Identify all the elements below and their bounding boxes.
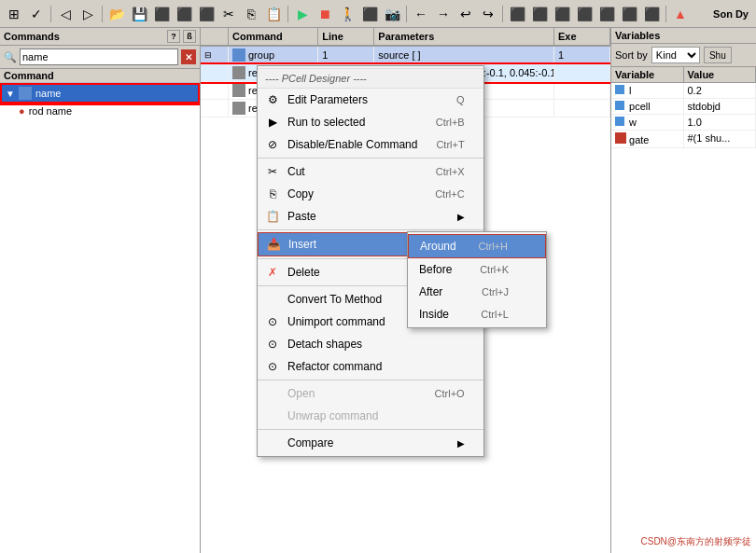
toolbar-step[interactable]: 🚶 [337, 4, 357, 24]
submenu-after-shortcut: Ctrl+J [482, 286, 509, 297]
var-row: gate #(1 shu... [611, 131, 756, 148]
toolbar-b1[interactable]: ⬛ [151, 4, 172, 24]
panel-close-btn[interactable]: ß [183, 30, 196, 43]
compare-icon [265, 435, 280, 450]
toolbar-b12[interactable]: ⬛ [641, 4, 662, 24]
toolbar-b6[interactable]: ⬛ [507, 4, 527, 24]
var-value: 1.0 [684, 115, 757, 130]
paste-icon: 📋 [265, 209, 280, 224]
submenu-before[interactable]: Before Ctrl+K [408, 258, 546, 281]
ctx-compare-label: Compare [287, 436, 333, 449]
ctx-unwrap-label: Unwrap command [287, 409, 378, 422]
toolbar-new[interactable]: ⊞ [4, 4, 24, 24]
toolbar-b10[interactable]: ⬛ [596, 4, 617, 24]
row-exe [554, 100, 610, 117]
unwrap-icon [265, 408, 280, 423]
toolbar-b5[interactable]: 📷 [382, 4, 402, 24]
panel-pin-btn[interactable]: ? [167, 30, 180, 43]
group-icon [232, 48, 245, 62]
toolbar-back[interactable]: ◁ [55, 4, 76, 24]
ctx-disable-enable[interactable]: ⊘ Disable/Enable Command Ctrl+T [258, 133, 483, 156]
variables-header: Variable Value [611, 67, 756, 83]
ctx-refactor-label: Refactor command [287, 360, 382, 373]
toolbar-sep-3 [287, 6, 288, 22]
toolbar-copy[interactable]: ⎘ [241, 4, 261, 24]
submenu-after[interactable]: After Ctrl+J [408, 281, 546, 303]
rect-icon3 [232, 102, 245, 115]
ctx-open-shortcut: Ctrl+O [435, 388, 465, 399]
toolbar-undo[interactable]: ← [411, 4, 431, 24]
ctx-run-shortcut: Ctrl+B [436, 117, 465, 128]
open-icon [265, 386, 280, 401]
row-expand [201, 64, 229, 81]
row-line: 1 [318, 47, 374, 63]
rect-icon [232, 66, 245, 79]
row-params: source [ ] [374, 47, 554, 63]
toolbar-b4[interactable]: ⬛ [359, 4, 380, 24]
ctx-detach-label: Detach shapes [287, 338, 362, 351]
search-icon: 🔍 [4, 51, 17, 63]
toolbar-check[interactable]: ✓ [26, 4, 47, 24]
unimport-icon: ⊙ [265, 314, 280, 329]
watermark: CSDN@东南方的射频学徒 [641, 535, 752, 548]
insert-icon: 📥 [266, 237, 281, 252]
ctx-sep-2 [258, 229, 483, 230]
toolbar-redo[interactable]: → [433, 4, 454, 24]
ctx-detach[interactable]: ⊙ Detach shapes [258, 333, 483, 355]
submenu-around[interactable]: Around Ctrl+H [408, 234, 546, 258]
commands-title: Commands [4, 31, 60, 42]
folder-icon [19, 87, 32, 100]
search-input[interactable] [20, 48, 178, 65]
toolbar-run[interactable]: ▶ [292, 4, 313, 24]
sort-select[interactable]: Kind Name Value [651, 47, 700, 63]
toolbar-b9[interactable]: ⬛ [574, 4, 595, 24]
submenu-inside[interactable]: Inside Ctrl+L [408, 303, 546, 325]
variables-panel: Variables Sort by Kind Name Value Shu Va… [611, 28, 756, 553]
delete-icon: ✗ [265, 265, 280, 280]
var-row: l 0.2 [611, 83, 756, 99]
ctx-edit-params[interactable]: ⚙ Edit Parameters Q [258, 89, 483, 111]
th-params: Parameters [374, 28, 554, 45]
search-clear-button[interactable]: ✕ [181, 49, 196, 64]
toolbar-cut[interactable]: ✂ [218, 4, 239, 24]
table-row[interactable]: ⊟ group 1 source [ ] 1 [201, 47, 610, 64]
show-button[interactable]: Shu [704, 47, 732, 63]
toolbar-up[interactable]: ▲ [670, 4, 691, 24]
toolbar-forward[interactable]: ▷ [77, 4, 98, 24]
toolbar-prev[interactable]: ↩ [455, 4, 476, 24]
var-row: w 1.0 [611, 115, 756, 131]
ctx-sep-6 [258, 429, 483, 430]
toolbar-b11[interactable]: ⬛ [619, 4, 639, 24]
ctx-run-to-selected[interactable]: ▶ Run to selected Ctrl+B [258, 111, 483, 133]
ctx-paste[interactable]: 📋 Paste ▶ [258, 205, 483, 228]
expand-icon[interactable]: ⊟ [204, 50, 212, 60]
ctx-disable-shortcut: Ctrl+T [436, 139, 464, 150]
ctx-cut-shortcut: Ctrl+X [436, 166, 465, 177]
toolbar-paste[interactable]: 📋 [263, 4, 284, 24]
ctx-refactor[interactable]: ⊙ Refactor command [258, 355, 483, 378]
toolbar-b2[interactable]: ⬛ [174, 4, 194, 24]
tree-item-name[interactable]: ▼ name [0, 83, 200, 104]
var-value: stdobjd [684, 99, 757, 114]
variables-title: Variables [611, 28, 756, 44]
toolbar-open[interactable]: 📂 [106, 4, 127, 24]
toolbar-b7[interactable]: ⬛ [529, 4, 550, 24]
tree-subitem-label: rod name [29, 105, 72, 117]
toolbar-b8[interactable]: ⬛ [552, 4, 572, 24]
ctx-delete-label: Delete [287, 266, 320, 279]
ctx-compare[interactable]: Compare ▶ [258, 432, 483, 454]
row-expand[interactable]: ⊟ [201, 47, 229, 63]
toolbar-stop[interactable]: ⏹ [315, 4, 335, 24]
sort-row: Sort by Kind Name Value Shu [611, 44, 756, 67]
ctx-copy-label: Copy [287, 187, 314, 200]
ctx-cut[interactable]: ✂ Cut Ctrl+X [258, 160, 483, 183]
ctx-sep-5 [258, 380, 483, 380]
ctx-sep-1 [258, 158, 483, 159]
row-exe [554, 82, 610, 99]
toolbar-b3[interactable]: ⬛ [196, 4, 217, 24]
ctx-copy[interactable]: ⎘ Copy Ctrl+C [258, 183, 483, 205]
tree-subitem-rod-name[interactable]: ● rod name [0, 104, 200, 118]
toolbar-save[interactable]: 💾 [129, 4, 149, 24]
th-exe: Exe [554, 28, 610, 45]
toolbar-next[interactable]: ↪ [478, 4, 498, 24]
